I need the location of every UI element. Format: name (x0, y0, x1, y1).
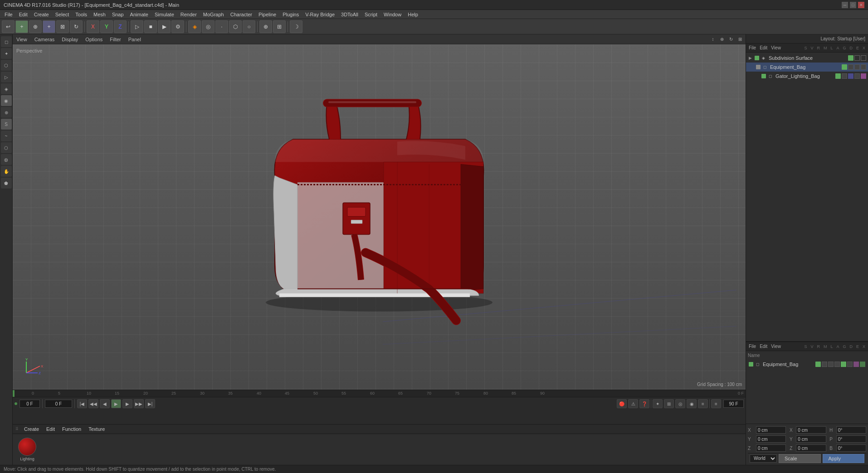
edge-mode[interactable]: ⬡ (229, 20, 242, 33)
tool-hex[interactable]: ⬡ (1, 142, 12, 153)
floor-btn[interactable]: ☽ (290, 20, 302, 33)
obj-equipment-bag[interactable]: ◻ Equipment_Bag (746, 63, 868, 72)
menu-snap[interactable]: Snap (109, 11, 127, 18)
vp-icon-zoom[interactable]: ⊕ (718, 36, 726, 43)
live-select[interactable]: ⊕ (29, 20, 42, 33)
frame-range-field[interactable]: 0 F (45, 400, 72, 408)
vp-icon-move[interactable]: ↕ (709, 36, 717, 43)
mat-menu-create[interactable]: Create (22, 426, 41, 432)
undo-button[interactable]: ↩ (2, 20, 15, 33)
viewport-canvas[interactable]: Perspective Grid Spacing : 100 cm X Y Z (13, 44, 746, 390)
minimize-button[interactable]: ─ (842, 2, 848, 8)
obj-gator-lighting[interactable]: ◻ Gator_Lighting_Bag (746, 72, 868, 81)
tool-polys[interactable]: ▷ (1, 72, 12, 82)
obj-file-menu[interactable]: File (749, 45, 756, 50)
prev-frame-button[interactable]: ◀ (100, 399, 110, 408)
obj-edit-menu[interactable]: Edit (760, 45, 767, 50)
tc-icon9[interactable]: ≡ (711, 399, 721, 408)
end-frame-field[interactable]: 90 F (723, 400, 744, 408)
vp-menu-display[interactable]: Display (60, 37, 80, 42)
menu-file[interactable]: File (2, 11, 15, 18)
tool-shape[interactable]: ⬟ (1, 178, 12, 188)
menu-mesh[interactable]: Mesh (91, 11, 108, 18)
z-axis[interactable]: Z (114, 20, 127, 33)
h-value-field[interactable]: 0° (836, 426, 866, 434)
tool-brush[interactable]: ~ (1, 130, 12, 141)
tool-rotate2[interactable]: S (1, 119, 12, 130)
y-value-field[interactable]: 0 cm (756, 435, 786, 443)
tool-circle[interactable]: ◍ (1, 154, 12, 165)
tool-object-mode[interactable]: ◻ (1, 36, 12, 47)
tc-icon2[interactable]: ⚠ (628, 399, 638, 408)
attr-view-menu[interactable]: View (771, 344, 781, 349)
tool-edges[interactable]: ⬡ (1, 60, 12, 71)
tc-icon5[interactable]: ⊞ (664, 399, 674, 408)
render-preview[interactable]: ▷ (131, 20, 143, 33)
tool-points[interactable]: ✦ (1, 48, 12, 59)
obj-view-menu[interactable]: View (771, 45, 781, 50)
menu-simulate[interactable]: Simulate (152, 11, 177, 18)
tool-live[interactable]: ◈ (1, 83, 12, 94)
tc-icon4[interactable]: ✦ (653, 399, 663, 408)
close-button[interactable]: ✕ (858, 2, 864, 8)
z2-value-field[interactable]: 0 cm (796, 444, 826, 452)
vp-menu-cameras[interactable]: Cameras (33, 37, 57, 42)
scale-tool[interactable]: ⊠ (56, 20, 69, 33)
menu-help[interactable]: Help (405, 11, 421, 18)
vp-menu-view[interactable]: View (15, 37, 29, 42)
maximize-button[interactable]: □ (850, 2, 856, 8)
menu-pipeline[interactable]: Pipeline (256, 11, 279, 18)
vp-icon-max[interactable]: ⊞ (736, 36, 744, 43)
tc-icon1[interactable]: 🔴 (617, 399, 627, 408)
move-tool[interactable]: + (43, 20, 55, 33)
prev-key-button[interactable]: ◀◀ (88, 399, 98, 408)
tc-icon6[interactable]: ◎ (675, 399, 685, 408)
menu-3dtoall[interactable]: 3DToAll (338, 11, 361, 18)
tc-icon3[interactable]: ❓ (639, 399, 649, 408)
poly-mode[interactable]: ○ (243, 20, 255, 33)
vp-icon-rotate[interactable]: ↻ (727, 36, 735, 43)
current-frame-field[interactable]: 0 F (20, 400, 40, 408)
texture-mode[interactable]: ◎ (202, 20, 215, 33)
tc-icon8[interactable]: ≡ (698, 399, 708, 408)
y-axis[interactable]: Y (100, 20, 113, 33)
b-value-field[interactable]: 0° (836, 444, 866, 452)
next-key-button[interactable]: ▶▶ (134, 399, 144, 408)
menu-mograph[interactable]: MoGraph (200, 11, 227, 18)
menu-edit[interactable]: Edit (16, 11, 30, 18)
menu-script[interactable]: Script (362, 11, 380, 18)
world-select[interactable]: World (750, 454, 777, 463)
menu-vray[interactable]: V-Ray Bridge (302, 11, 337, 18)
render-active[interactable]: ■ (144, 20, 157, 33)
render-to-po[interactable]: ▶ (158, 20, 171, 33)
x-value-field[interactable]: 0 cm (756, 426, 786, 434)
menu-select[interactable]: Select (53, 11, 72, 18)
menu-plugins[interactable]: Plugins (280, 11, 302, 18)
object-mode[interactable]: ◈ (188, 20, 201, 33)
menu-animate[interactable]: Animate (127, 11, 151, 18)
z-value-field[interactable]: 0 cm (756, 444, 786, 452)
go-end-button[interactable]: ▶| (145, 399, 155, 408)
render-settings[interactable]: ⚙ (171, 20, 184, 33)
material-lighting[interactable]: Lighting (15, 436, 40, 463)
tool-scale2[interactable]: ⊕ (1, 107, 12, 118)
mat-menu-function[interactable]: Function (60, 426, 83, 432)
vp-menu-filter[interactable]: Filter (108, 37, 122, 42)
tool-move[interactable]: ◉ (1, 95, 12, 106)
p-value-field[interactable]: 0° (836, 435, 866, 443)
x2-value-field[interactable]: 0 cm (796, 426, 826, 434)
go-start-button[interactable]: |◀ (77, 399, 87, 408)
y2-value-field[interactable]: 0 cm (796, 435, 826, 443)
menu-character[interactable]: Character (228, 11, 255, 18)
attr-file-menu[interactable]: File (749, 344, 756, 349)
scale-button[interactable]: Scale (779, 454, 821, 463)
tc-icon7[interactable]: ◉ (687, 399, 697, 408)
vp-menu-options[interactable]: Options (83, 37, 104, 42)
apply-button[interactable]: Apply (823, 454, 865, 463)
vp-menu-panel[interactable]: Panel (127, 37, 143, 42)
menu-tools[interactable]: Tools (73, 11, 90, 18)
redo-button[interactable]: + (15, 20, 28, 33)
x-axis[interactable]: X (87, 20, 99, 33)
menu-window[interactable]: Window (381, 11, 404, 18)
attr-edit-menu[interactable]: Edit (760, 344, 767, 349)
